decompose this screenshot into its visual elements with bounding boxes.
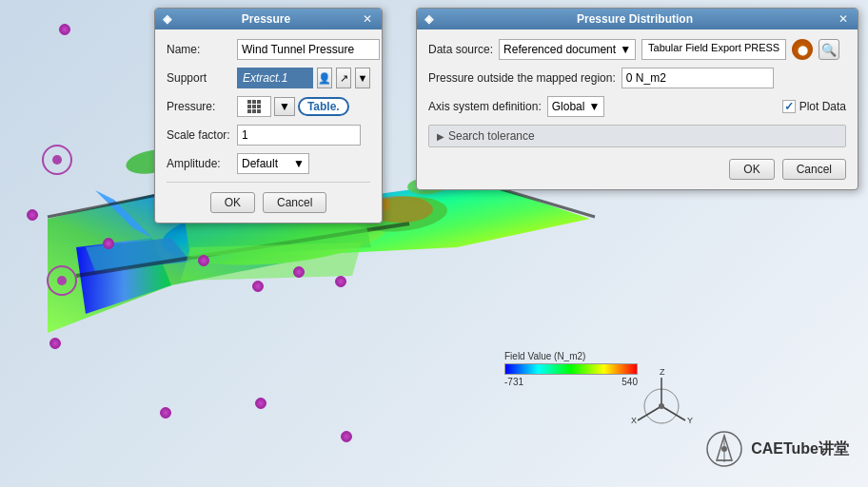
axis-row: Axis system definition: Global ▼ ✓ Plot …	[428, 96, 846, 117]
support-value: Extract.1	[243, 71, 287, 85]
svg-point-35	[721, 446, 727, 452]
svg-point-18	[57, 276, 67, 285]
pd-buttons: OK Cancel	[428, 159, 846, 180]
pressure-dialog-close[interactable]: ✕	[361, 12, 374, 26]
pressure-distribution-dialog: ◈ Pressure Distribution ✕ Data source: R…	[416, 8, 858, 190]
pressure-cancel-button[interactable]: Cancel	[263, 192, 326, 213]
name-row: Name:	[167, 39, 370, 60]
amplitude-arrow: ▼	[293, 157, 305, 170]
logo-icon	[705, 430, 743, 468]
amplitude-value: Default	[242, 157, 278, 170]
pressure-label: Pressure:	[167, 100, 233, 113]
marker-dot-11	[160, 407, 171, 419]
svg-text:Z: Z	[660, 368, 665, 377]
amplitude-label: Amplitude:	[167, 157, 233, 170]
support-label: Support	[167, 71, 233, 85]
name-input[interactable]	[237, 39, 380, 60]
pressure-distribution-titlebar: ◈ Pressure Distribution ✕	[417, 9, 858, 29]
outside-input[interactable]	[621, 68, 774, 88]
amplitude-select[interactable]: Default ▼	[237, 153, 309, 174]
scale-input[interactable]	[237, 125, 361, 146]
pressure-dialog-buttons: OK Cancel	[167, 192, 370, 213]
scale-row: Scale factor:	[167, 125, 370, 146]
pressure-dialog-title: Pressure	[242, 12, 290, 26]
coordinate-axis: Z Y X	[628, 368, 695, 435]
pressure-dialog-titlebar-icon: ◈	[163, 12, 171, 26]
datasource-value: Referenced document	[503, 43, 616, 56]
name-label: Name:	[167, 43, 233, 56]
marker-dot-7	[293, 266, 305, 278]
plot-data-checkbox[interactable]: ✓	[782, 100, 796, 113]
pressure-dialog-body: Name: Support Extract.1 👤 ↗ ▼ Pressure:	[155, 29, 382, 223]
axis-select[interactable]: Global ▼	[547, 96, 605, 117]
pd-body: Data source: Referenced document ▼ Tabul…	[417, 29, 858, 189]
pressure-dialog-titlebar: ◈ Pressure ✕	[155, 9, 382, 29]
axis-value: Global	[552, 100, 585, 113]
marker-dot-5	[198, 255, 209, 266]
marker-dot-6	[252, 281, 264, 292]
marker-dot-3	[103, 238, 114, 249]
search-tolerance-label: Search tolerance	[448, 129, 535, 143]
amplitude-row: Amplitude: Default ▼	[167, 153, 370, 174]
checkbox-checkmark: ✓	[784, 100, 794, 113]
marker-dot-12	[255, 398, 266, 409]
datasource-search-icon[interactable]: 🔍	[819, 39, 839, 60]
axis-arrow: ▼	[588, 100, 600, 113]
support-person-icon[interactable]: 👤	[317, 68, 332, 88]
colorbar-title: Field Value (N_m2)	[504, 351, 638, 361]
datasource-row: Data source: Referenced document ▼ Tabul…	[428, 39, 846, 60]
tabular-field[interactable]: Tabular Field Export PRESS	[641, 39, 786, 60]
svg-text:Y: Y	[687, 416, 693, 425]
datasource-label: Data source:	[428, 43, 493, 56]
support-arrow-icon[interactable]: ↗	[336, 68, 351, 88]
colorbar-labels: -731 540	[504, 377, 638, 387]
datasource-arrow: ▼	[620, 43, 631, 56]
marker-dot-1	[59, 24, 70, 35]
colorbar-min: -731	[504, 377, 523, 387]
separator	[167, 182, 370, 183]
pressure-field: ▼ Table.	[237, 96, 349, 117]
scale-label: Scale factor:	[167, 128, 233, 142]
support-field[interactable]: Extract.1	[237, 68, 313, 88]
outside-pressure-row: Pressure outside the mapped region:	[428, 68, 846, 88]
plot-data-checkbox-row: ✓ Plot Data	[782, 100, 846, 113]
pd-titlebar-icon: ◈	[424, 12, 433, 26]
pressure-row: Pressure: ▼ Table.	[167, 96, 370, 117]
marker-dot-8	[335, 276, 346, 287]
datasource-orange-icon[interactable]: ⬤	[792, 39, 813, 60]
pressure-ok-button[interactable]: OK	[210, 192, 255, 213]
axis-label: Axis system definition:	[428, 100, 542, 113]
outside-label: Pressure outside the mapped region:	[428, 71, 616, 85]
pd-cancel-button[interactable]: Cancel	[782, 159, 846, 180]
marker-dot-10	[49, 338, 61, 349]
datasource-select[interactable]: Referenced document ▼	[499, 39, 636, 60]
search-tolerance-arrow: ▶	[437, 131, 444, 142]
pd-title: Pressure Distribution	[577, 12, 693, 26]
colorbar-gradient	[504, 363, 638, 375]
marker-dot-2	[27, 209, 38, 221]
pd-close-button[interactable]: ✕	[837, 12, 850, 26]
search-tolerance[interactable]: ▶ Search tolerance	[428, 125, 846, 147]
svg-point-30	[659, 403, 664, 409]
pressure-dialog: ◈ Pressure ✕ Name: Support Extract.1 👤 ↗…	[154, 8, 383, 224]
support-dropdown-icon[interactable]: ▼	[355, 68, 370, 88]
colorbar: Field Value (N_m2) -731 540	[504, 351, 638, 387]
grid-icon	[247, 100, 261, 113]
marker-dot-13	[341, 431, 352, 442]
svg-text:X: X	[631, 416, 637, 425]
pressure-grid-btn[interactable]	[237, 96, 271, 117]
table-button[interactable]: Table.	[298, 97, 349, 116]
pd-ok-button[interactable]: OK	[729, 159, 774, 180]
logo-text: CAETube讲堂	[751, 439, 849, 459]
plot-data-label: Plot Data	[799, 100, 846, 113]
logo-area: CAETube讲堂	[705, 430, 849, 468]
pressure-dropdown-arrow[interactable]: ▼	[274, 97, 295, 116]
svg-point-14	[52, 155, 62, 165]
support-row: Support Extract.1 👤 ↗ ▼	[167, 68, 370, 88]
